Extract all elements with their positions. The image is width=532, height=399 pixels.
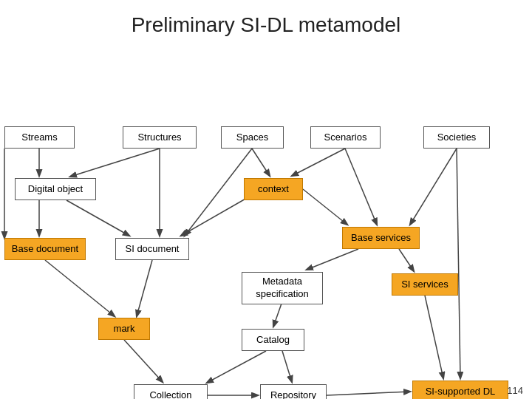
node-scenarios: Scenarios <box>310 126 381 149</box>
svg-line-12 <box>45 260 115 316</box>
node-catalog: Catalog <box>242 329 304 351</box>
node-si_services: SI services <box>392 273 458 296</box>
svg-line-1 <box>70 149 160 177</box>
node-mark: mark <box>98 318 150 340</box>
svg-line-21 <box>327 392 410 395</box>
svg-line-16 <box>273 301 282 327</box>
svg-line-24 <box>185 149 252 236</box>
node-digital_object: Digital object <box>15 178 96 200</box>
svg-line-7 <box>410 149 457 225</box>
svg-line-15 <box>307 249 358 270</box>
svg-line-19 <box>282 351 292 382</box>
svg-line-17 <box>124 340 163 382</box>
svg-line-10 <box>303 189 347 225</box>
svg-line-18 <box>207 351 266 383</box>
node-structures: Structures <box>123 126 197 149</box>
node-collection: Collection <box>134 384 208 399</box>
diagram-area: StreamsStructuresSpacesScenariosSocietie… <box>0 44 532 399</box>
node-meta_spec: Metadata specification <box>242 272 323 304</box>
node-context: context <box>244 178 303 200</box>
svg-line-3 <box>252 149 270 176</box>
node-base_document: Base document <box>4 238 86 260</box>
node-base_services: Base services <box>342 227 420 249</box>
node-spaces: Spaces <box>221 126 284 149</box>
node-repository: Repository <box>260 384 327 399</box>
svg-line-6 <box>457 149 460 378</box>
node-si_supported_dl: SI-supported DL <box>412 381 508 399</box>
page-title: Preliminary SI-DL metamodel <box>0 0 532 44</box>
page-number: 114 <box>507 385 523 396</box>
svg-line-13 <box>137 260 152 316</box>
svg-line-14 <box>399 249 414 271</box>
svg-line-4 <box>292 149 345 176</box>
svg-line-22 <box>425 296 443 378</box>
svg-line-9 <box>66 200 129 236</box>
node-si_document: SI document <box>115 238 189 260</box>
svg-line-5 <box>345 149 377 225</box>
node-societies: Societies <box>423 126 490 149</box>
node-streams: Streams <box>4 126 75 149</box>
